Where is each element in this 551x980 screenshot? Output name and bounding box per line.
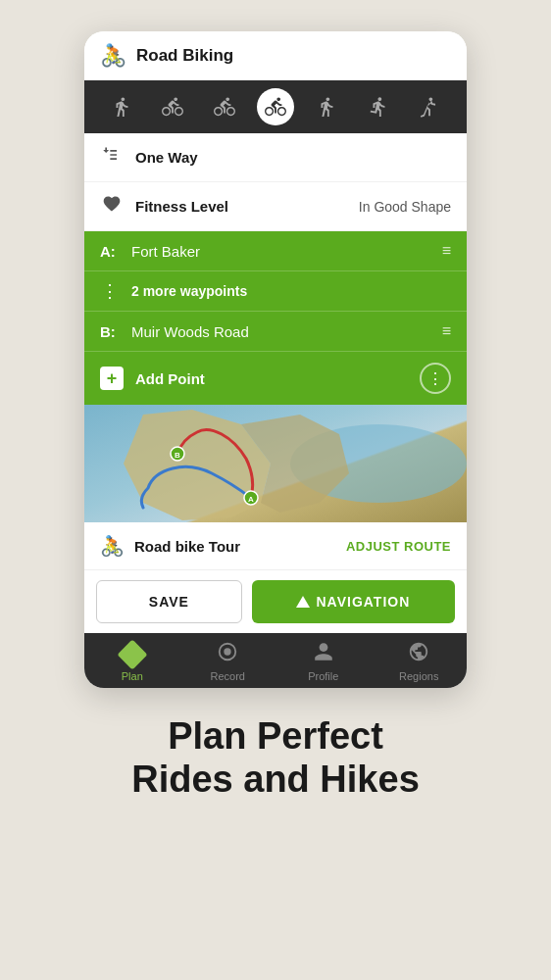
drag-handle-a: ≡: [442, 242, 451, 260]
activity-bike[interactable]: [154, 88, 191, 125]
profile-icon: [313, 641, 334, 667]
activity-ski[interactable]: [411, 88, 448, 125]
route-section: A: Fort Baker ≡ ⋮ 2 more waypoints B: Mu…: [84, 231, 467, 405]
add-point-row: + Add Point ⋮: [84, 352, 467, 405]
waypoints-icon: ⋮: [100, 280, 120, 302]
point-b-label: B:: [100, 323, 120, 340]
tour-title: Road bike Tour: [134, 538, 336, 555]
nav-item-plan[interactable]: Plan: [98, 642, 167, 682]
route-point-b[interactable]: B: Muir Woods Road ≡: [84, 312, 467, 352]
nav-label-regions: Regions: [399, 670, 438, 682]
app-header-title: Road Biking: [136, 46, 233, 66]
nav-item-profile[interactable]: Profile: [289, 641, 358, 682]
setting-one-way[interactable]: One Way: [84, 133, 467, 182]
nav-label-profile: Profile: [308, 670, 338, 682]
svg-text:A: A: [248, 495, 254, 504]
drag-handle-b: ≡: [442, 322, 451, 340]
point-a-label: A:: [100, 243, 120, 260]
tour-info-bar: 🚴 Road bike Tour ADJUST ROUTE: [84, 522, 467, 570]
fitness-value: In Good Shape: [359, 199, 451, 215]
app-header: 🚴 Road Biking: [84, 31, 467, 80]
setting-fitness[interactable]: Fitness Level In Good Shape: [84, 182, 467, 231]
one-way-label: One Way: [135, 149, 451, 166]
more-options-button[interactable]: ⋮: [420, 363, 451, 394]
activity-hike[interactable]: [308, 88, 345, 125]
svg-text:B: B: [175, 451, 180, 460]
header-bike-icon: 🚴: [100, 43, 126, 69]
activity-mtb[interactable]: [206, 88, 243, 125]
navigation-label: NAVIGATION: [316, 594, 410, 610]
point-a-input[interactable]: Fort Baker: [131, 243, 430, 260]
navigation-arrow-icon: [296, 596, 310, 608]
point-b-input[interactable]: Muir Woods Road: [131, 323, 430, 340]
svg-point-6: [225, 648, 231, 655]
nav-item-record[interactable]: Record: [193, 641, 262, 682]
fitness-label: Fitness Level: [135, 198, 347, 215]
add-point-label: Add Point: [135, 370, 408, 387]
adjust-route-button[interactable]: ADJUST ROUTE: [346, 539, 451, 554]
add-point-button[interactable]: +: [100, 367, 124, 390]
headline-section: Plan Perfect Rides and Hikes: [102, 715, 449, 801]
map-area[interactable]: A B: [84, 405, 467, 522]
nav-label-record: Record: [211, 670, 245, 682]
action-bar: SAVE NAVIGATION: [84, 570, 467, 633]
activity-run[interactable]: [360, 88, 397, 125]
route-point-a[interactable]: A: Fort Baker ≡: [84, 231, 467, 271]
regions-icon: [408, 641, 429, 667]
waypoints-row[interactable]: ⋮ 2 more waypoints: [84, 271, 467, 312]
activity-bar: [84, 80, 467, 133]
plan-icon: [120, 642, 145, 667]
headline-line1: Plan Perfect: [131, 715, 420, 759]
tour-bike-icon: 🚴: [100, 534, 125, 558]
one-way-icon: [100, 145, 124, 170]
activity-walk[interactable]: [103, 88, 140, 125]
record-icon: [217, 641, 238, 667]
waypoints-count: 2 more waypoints: [131, 283, 247, 299]
navigation-button[interactable]: NAVIGATION: [252, 580, 455, 623]
nav-item-regions[interactable]: Regions: [384, 641, 453, 682]
phone-mockup: 🚴 Road Biking: [84, 31, 467, 688]
map-route-svg: A B: [84, 405, 467, 522]
nav-label-plan: Plan: [122, 670, 143, 682]
save-button[interactable]: SAVE: [96, 580, 242, 623]
bottom-nav: Plan Record Profile Regions: [84, 633, 467, 688]
activity-road-bike[interactable]: [257, 88, 294, 125]
headline-line2: Rides and Hikes: [131, 759, 420, 802]
fitness-icon: [100, 194, 124, 219]
